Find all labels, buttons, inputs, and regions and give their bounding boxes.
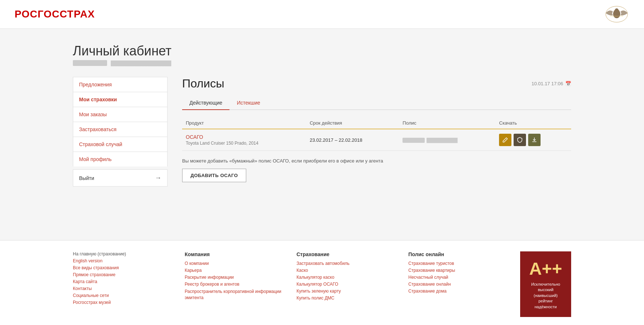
main-wrapper: Личный кабинет Страхователь: ███████████… [0, 29, 644, 240]
footer-col-1: На главную (страхование) English version… [73, 251, 174, 317]
footer-link-online[interactable]: Страхование онлайн [408, 282, 509, 287]
policies-tabs: Действующие Истекшие [182, 96, 571, 110]
insured-name-placeholder: ██████████████████ [111, 60, 171, 66]
policies-date: 10.01.17 17:06 📅 [531, 81, 571, 86]
col-period: Срок действия [306, 117, 399, 129]
footer-link-calc-kasko[interactable]: Калькулятор каско [297, 275, 397, 280]
policies-title: Полисы [182, 77, 224, 90]
header: РОСГОССТРАХ 1921 РОСГОССТРАХ [0, 0, 644, 29]
sidebar-item-insure[interactable]: Застраховаться [73, 122, 168, 137]
product-name[interactable]: ОСАГО [186, 134, 302, 140]
rating-description: Исключительно высокий (наивысший) рейтин… [527, 282, 564, 310]
footer-col-4: Полис онлайн Страхование туристов Страхо… [408, 251, 509, 317]
policies-section: Полисы 10.01.17 17:06 📅 Действующие Исте… [182, 77, 571, 187]
sidebar: Предложения Мои страховки Мои заказы Зас… [73, 77, 168, 187]
footer-link-calc-osago[interactable]: Калькулятор ОСАГО [297, 282, 397, 287]
add-note: Вы можете добавить «бумажный» полис ОСАГ… [182, 158, 571, 164]
footer-link-brokers[interactable]: Реестр брокеров и агентов [185, 282, 286, 287]
footer-link-social[interactable]: Социальные сети [73, 293, 174, 298]
col-download: Скачать [495, 117, 571, 129]
policy-number-hidden: ██████████ [427, 138, 458, 143]
edit-button[interactable] [499, 134, 511, 146]
footer-link-direct[interactable]: Прямое страхование [73, 272, 174, 277]
policy-number: ХХХ №000 ██████████ [402, 137, 458, 143]
footer-link-dms[interactable]: Купить полис ДМС [297, 295, 397, 301]
footer-link-distributor[interactable]: Распространитель корпоративной информаци… [185, 289, 286, 301]
footer-link-green-card[interactable]: Купить зеленую карту [297, 289, 397, 294]
content-area: Предложения Мои страховки Мои заказы Зас… [73, 77, 571, 187]
policy-number-cell: ХХХ №000 ██████████ [399, 129, 495, 151]
col-policy: Полис [399, 117, 495, 129]
footer-link-home[interactable]: На главную (страхование) [73, 251, 174, 257]
logo-text[interactable]: РОСГОССТРАХ [15, 8, 95, 20]
footer-link-disclosure[interactable]: Раскрытие информации [185, 275, 286, 280]
sidebar-item-profile[interactable]: Мой профиль [73, 152, 168, 167]
policy-product-cell: ОСАГО Toyota Land Cruiser 150 Prado, 201… [182, 129, 306, 151]
rating-grade: А++ [529, 259, 562, 279]
tab-expired[interactable]: Истекшие [229, 96, 267, 110]
policy-actions-cell [495, 129, 571, 151]
logout-button[interactable]: Выйти → [73, 169, 168, 187]
footer-col-3: Страхование Застраховать автомобиль Каск… [297, 251, 397, 317]
car-name: Toyota Land Cruiser 150 Prado, 2014 [186, 141, 302, 146]
footer-link-english[interactable]: English version [73, 258, 174, 263]
logo-emblem: 1921 РОСГОССТРАХ [604, 5, 629, 23]
policies-header: Полисы 10.01.17 17:06 📅 [182, 77, 571, 90]
footer-link-museum[interactable]: Росгосстрах музей [73, 300, 174, 305]
footer-link-apartment[interactable]: Страхование квартиры [408, 268, 509, 273]
sidebar-item-my-insurance[interactable]: Мои страховки [73, 92, 168, 107]
action-icons [499, 134, 568, 146]
footer-link-house[interactable]: Страхование дома [408, 289, 509, 294]
download-button[interactable] [528, 134, 541, 146]
logout-label: Выйти [79, 175, 94, 181]
svg-point-3 [615, 8, 619, 12]
footer-link-kasko[interactable]: Каско [297, 268, 397, 273]
policy-period-cell: 23.02.2017 – 22.02.2018 [306, 129, 399, 151]
footer-link-all-insurance[interactable]: Все виды страхования [73, 265, 174, 270]
sidebar-item-claim[interactable]: Страховой случай [73, 137, 168, 152]
footer-col2-title: Компания [185, 251, 286, 257]
sidebar-item-proposals[interactable]: Предложения [73, 77, 168, 92]
page-title: Личный кабинет [73, 43, 571, 59]
footer-inner: На главную (страхование) English version… [73, 251, 571, 317]
add-osago-button[interactable]: ДОБАВИТЬ ОСАГО [182, 169, 246, 182]
table-row: ОСАГО Toyota Land Cruiser 150 Prado, 201… [182, 129, 571, 151]
policies-table: Продукт Срок действия Полис Скачать ОСАГ… [182, 117, 571, 151]
footer-link-tourists[interactable]: Страхование туристов [408, 261, 509, 266]
footer-link-about[interactable]: О компании [185, 261, 286, 266]
footer-col-2: Компания О компании Карьера Раскрытие ин… [185, 251, 286, 317]
page-title-section: Личный кабинет Страхователь: ███████████… [73, 43, 571, 66]
svg-text:РОСГОССТРАХ: РОСГОССТРАХ [610, 15, 623, 17]
footer-link-insure-car[interactable]: Застраховать автомобиль [297, 261, 397, 266]
page-subtitle: Страхователь: ██████████████████ [73, 60, 571, 66]
footer-link-contacts[interactable]: Контакты [73, 286, 174, 291]
calendar-icon[interactable]: 📅 [565, 81, 571, 86]
logout-icon: → [155, 174, 161, 182]
rating-box: А++ Исключительно высокий (наивысший) ре… [520, 251, 571, 317]
footer-col3-title: Страхование [297, 251, 397, 257]
shield-button[interactable] [514, 134, 526, 146]
tab-active[interactable]: Действующие [182, 96, 229, 110]
footer-link-accident[interactable]: Несчастный случай [408, 275, 509, 280]
footer-col4-title: Полис онлайн [408, 251, 509, 257]
footer-link-sitemap[interactable]: Карта сайта [73, 279, 174, 284]
sidebar-item-my-orders[interactable]: Мои заказы [73, 107, 168, 122]
col-product: Продукт [182, 117, 306, 129]
footer: На главную (страхование) English version… [0, 240, 644, 325]
footer-link-career[interactable]: Карьера [185, 268, 286, 273]
